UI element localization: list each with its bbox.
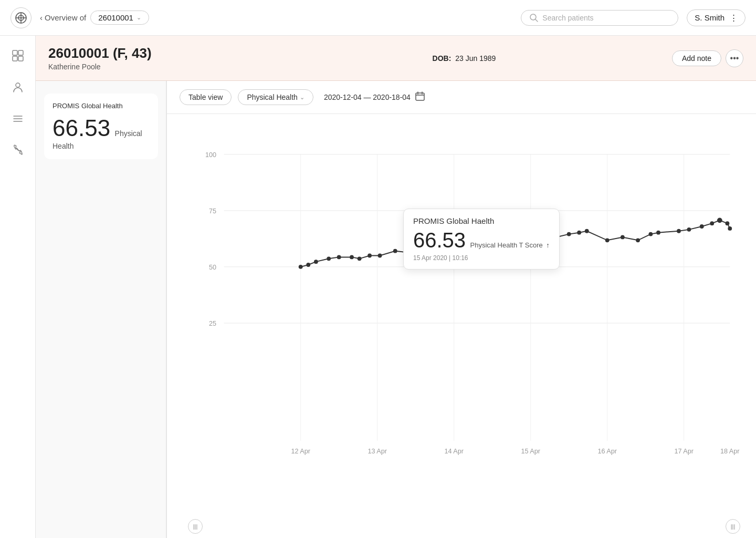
scroll-right-icon: ||| (731, 523, 736, 530)
physical-health-filter[interactable]: Physical Health ⌄ (238, 89, 313, 105)
svg-point-50 (416, 251, 421, 255)
svg-point-70 (649, 232, 653, 236)
svg-point-77 (726, 221, 730, 225)
chart-toolbar: Table view Physical Health ⌄ 2020-12-04 … (167, 81, 756, 114)
chevron-down-icon: ⌄ (136, 14, 141, 21)
search-icon (530, 14, 538, 22)
svg-text:25: 25 (209, 320, 216, 327)
user-menu-dots: ⋮ (730, 13, 738, 23)
scroll-right-handle[interactable]: ||| (726, 519, 740, 534)
svg-point-76 (717, 218, 722, 223)
svg-rect-14 (416, 93, 424, 100)
sidebar-icon-person[interactable] (8, 78, 27, 97)
patient-info-left: 26010001 (F, 43) Katherine Poole (48, 45, 256, 71)
svg-rect-7 (18, 50, 23, 55)
svg-point-66 (585, 229, 589, 233)
top-navigation: ‹ Overview of 26010001 ⌄ Search patients… (0, 0, 756, 36)
main-layout: 26010001 (F, 43) Katherine Poole DOB: 23… (0, 36, 756, 538)
search-placeholder-text: Search patients (542, 14, 593, 22)
svg-point-61 (536, 226, 540, 231)
metric-card: PROMIS Global Health 66.53 Physical Heal… (44, 94, 158, 159)
svg-text:16 Apr: 16 Apr (597, 448, 617, 455)
breadcrumb-area: ‹ Overview of 26010001 ⌄ (40, 11, 512, 25)
sidebar-icon-phone[interactable] (8, 141, 27, 160)
svg-text:15 Apr: 15 Apr (521, 448, 540, 455)
svg-point-74 (700, 224, 704, 229)
svg-point-47 (378, 254, 382, 258)
svg-point-59 (521, 236, 525, 240)
icon-sidebar (0, 36, 36, 538)
chart-svg: 100 75 50 25 12 Apr 13 Apr 14 Apr 15 Apr… (198, 119, 735, 506)
svg-point-40 (306, 263, 310, 267)
user-menu[interactable]: S. Smith ⋮ (687, 9, 746, 26)
patient-id-selector[interactable]: 26010001 ⌄ (90, 11, 149, 25)
svg-point-65 (577, 231, 581, 235)
physical-health-label: Physical Health (247, 93, 298, 101)
svg-text:50: 50 (209, 264, 216, 271)
patient-gender-age: (F, 43) (113, 45, 152, 61)
sidebar-icon-list[interactable] (8, 109, 27, 128)
patient-id-text: 26010001 (98, 13, 133, 22)
lower-content: PROMIS Global Health 66.53 Physical Heal… (36, 81, 756, 538)
patient-name: Katherine Poole (48, 63, 256, 71)
app-logo[interactable] (10, 7, 32, 28)
svg-point-10 (16, 83, 20, 87)
svg-point-60 (531, 225, 536, 229)
svg-point-62 (541, 226, 545, 231)
svg-point-39 (299, 265, 303, 269)
svg-text:12 Apr: 12 Apr (291, 448, 310, 455)
svg-point-64 (567, 232, 571, 236)
svg-point-45 (358, 256, 362, 261)
svg-point-52 (442, 246, 446, 250)
svg-point-63 (553, 235, 559, 240)
svg-rect-9 (18, 56, 23, 61)
more-dots-icon: ••• (730, 54, 739, 63)
chart-container: 100 75 50 25 12 Apr 13 Apr 14 Apr 15 Apr… (167, 114, 756, 538)
table-view-button[interactable]: Table view (180, 89, 232, 105)
svg-point-55 (475, 249, 479, 253)
patient-title: 26010001 (F, 43) (48, 45, 256, 61)
patient-actions: Add note ••• (672, 49, 743, 67)
overview-label: Overview of (45, 13, 86, 22)
svg-point-46 (368, 254, 372, 258)
svg-line-5 (536, 19, 538, 22)
patient-header-section: 26010001 (F, 43) Katherine Poole DOB: 23… (36, 36, 756, 81)
search-box[interactable]: Search patients (521, 10, 678, 26)
svg-point-41 (314, 260, 318, 264)
svg-point-48 (393, 249, 397, 253)
svg-point-44 (350, 255, 354, 260)
svg-point-54 (462, 244, 466, 249)
calendar-icon[interactable] (415, 91, 425, 104)
scroll-left-icon: ||| (193, 523, 198, 530)
add-note-button[interactable]: Add note (672, 50, 721, 66)
dob-label: DOB: (433, 54, 452, 63)
scroll-left-handle[interactable]: ||| (188, 519, 203, 534)
metric-value: 66.53 (52, 115, 110, 141)
svg-point-43 (337, 255, 341, 260)
svg-point-42 (327, 256, 331, 261)
svg-text:14 Apr: 14 Apr (444, 448, 464, 455)
user-name: S. Smith (695, 13, 724, 22)
svg-text:100: 100 (205, 151, 216, 159)
svg-point-69 (636, 238, 640, 242)
svg-point-71 (656, 231, 660, 235)
date-range-text: 2020-12-04 — 2020-18-04 (324, 93, 411, 101)
patient-id-display: 26010001 (48, 45, 109, 61)
date-range-display: 2020-12-04 — 2020-18-04 (324, 91, 425, 104)
back-button[interactable]: ‹ Overview of (40, 13, 86, 22)
svg-point-56 (488, 243, 492, 247)
svg-point-67 (605, 238, 610, 242)
sidebar-icon-gallery[interactable] (8, 46, 27, 65)
patient-more-button[interactable]: ••• (726, 49, 743, 67)
filter-chevron-icon: ⌄ (300, 94, 304, 101)
content-area: 26010001 (F, 43) Katherine Poole DOB: 23… (36, 36, 756, 538)
svg-point-75 (710, 221, 714, 225)
left-panel: PROMIS Global Health 66.53 Physical Heal… (36, 81, 167, 538)
patient-dob-center: DOB: 23 Jun 1989 (256, 54, 672, 63)
svg-point-78 (728, 226, 732, 231)
svg-point-68 (621, 235, 625, 240)
svg-point-58 (511, 238, 515, 242)
svg-point-73 (687, 227, 691, 232)
svg-text:18 Apr: 18 Apr (720, 448, 740, 455)
back-arrow-icon: ‹ (40, 13, 43, 22)
